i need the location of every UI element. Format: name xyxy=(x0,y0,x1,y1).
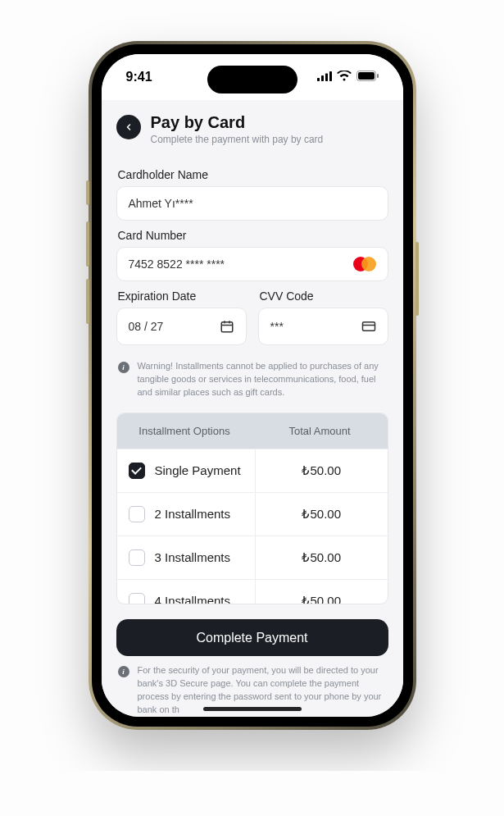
installment-checkbox[interactable] xyxy=(129,549,145,566)
installment-row[interactable]: 3 Installments₺50.00 xyxy=(117,536,388,579)
card-number-input[interactable]: 7452 8522 **** **** xyxy=(116,247,388,281)
svg-rect-6 xyxy=(377,74,379,78)
installment-amount: ₺50.00 xyxy=(256,493,388,536)
page-title: Pay by Card xyxy=(151,113,324,132)
complete-payment-label: Complete Payment xyxy=(196,631,307,645)
card-icon xyxy=(361,319,376,334)
info-icon: i xyxy=(118,666,129,677)
mastercard-icon xyxy=(353,257,376,271)
installment-label: 3 Installments xyxy=(155,550,231,564)
installment-label: Single Payment xyxy=(155,463,241,477)
power-button xyxy=(415,242,419,316)
card-number-value: 7452 8522 **** **** xyxy=(129,258,225,271)
page-subtitle: Complete the payment with pay by card xyxy=(151,134,324,145)
expiration-label: Expiration Date xyxy=(118,289,247,303)
volume-up-button xyxy=(86,221,89,267)
dynamic-island xyxy=(207,66,297,93)
cardholder-name-input[interactable]: Ahmet Yı**** xyxy=(116,186,388,221)
cvv-value: *** xyxy=(270,320,284,333)
battery-icon xyxy=(356,70,379,84)
installment-checkbox[interactable] xyxy=(129,593,145,604)
wifi-icon xyxy=(337,70,352,84)
expiration-value: 08 / 27 xyxy=(129,320,164,333)
cellular-icon xyxy=(317,70,332,84)
table-head-option: Installment Options xyxy=(117,413,252,449)
table-head-amount: Total Amount xyxy=(252,413,388,449)
cardholder-name-label: Cardholder Name xyxy=(118,168,388,181)
svg-rect-11 xyxy=(362,322,375,331)
card-number-label: Card Number xyxy=(118,229,388,242)
installment-table: Installment Options Total Amount Single … xyxy=(116,413,388,604)
installment-amount: ₺50.00 xyxy=(256,580,388,604)
phone-frame: 9:41 xyxy=(89,41,416,730)
info-icon: i xyxy=(118,362,129,373)
svg-rect-2 xyxy=(325,74,328,82)
installment-checkbox[interactable] xyxy=(129,463,145,479)
installment-checkbox[interactable] xyxy=(129,506,145,522)
installment-row[interactable]: 4 Installments₺50.00 xyxy=(117,579,388,604)
installment-amount: ₺50.00 xyxy=(256,449,388,492)
volume-button xyxy=(86,180,89,205)
svg-rect-3 xyxy=(329,71,332,81)
installment-label: 2 Installments xyxy=(155,507,231,521)
status-time: 9:41 xyxy=(126,70,152,84)
installment-amount: ₺50.00 xyxy=(256,536,388,579)
volume-down-button xyxy=(86,279,89,324)
calendar-icon xyxy=(220,319,234,334)
svg-rect-0 xyxy=(317,78,320,81)
cvv-input[interactable]: *** xyxy=(258,308,388,345)
cardholder-name-value: Ahmet Yı**** xyxy=(129,197,193,210)
back-button[interactable] xyxy=(116,115,141,139)
installment-row[interactable]: 2 Installments₺50.00 xyxy=(117,492,388,536)
installment-warning: Warning! Installments cannot be applied … xyxy=(138,360,387,399)
complete-payment-button[interactable]: Complete Payment xyxy=(116,619,388,656)
cvv-label: CVV Code xyxy=(260,289,388,303)
installment-label: 4 Installments xyxy=(155,594,231,604)
home-indicator[interactable] xyxy=(203,707,302,711)
installment-row[interactable]: Single Payment₺50.00 xyxy=(117,449,388,492)
svg-rect-7 xyxy=(221,322,233,332)
expiration-input[interactable]: 08 / 27 xyxy=(116,308,247,345)
svg-rect-1 xyxy=(321,75,324,81)
svg-rect-5 xyxy=(358,72,375,80)
